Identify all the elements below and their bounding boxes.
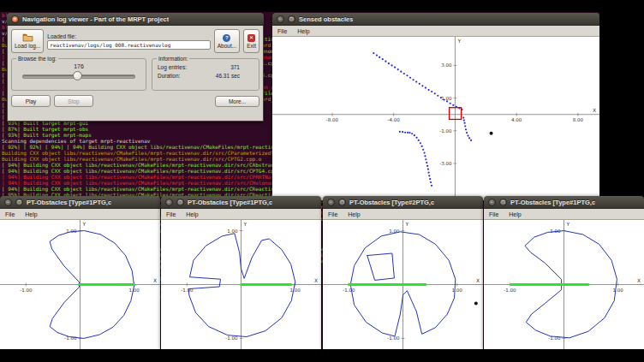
menu-help[interactable]: Help	[348, 211, 360, 217]
svg-text:-1.00: -1.00	[439, 128, 452, 134]
maximize-icon[interactable]: ❐	[176, 199, 184, 206]
play-button[interactable]: Play	[11, 95, 51, 107]
svg-text:1.00: 1.00	[613, 288, 624, 293]
svg-text:8.00: 8.00	[573, 117, 584, 122]
browse-log-group: Browse the log: 176	[11, 58, 146, 91]
svg-text:X: X	[153, 277, 157, 283]
svg-text:1.00: 1.00	[550, 228, 561, 234]
menu-file[interactable]: File	[328, 211, 337, 217]
about-icon: ?	[223, 34, 230, 42]
about-label: About...	[218, 43, 236, 49]
pt-obstacles-window-4: – ❐ PT-Obstacles [Type#1PTG,c File Help …	[484, 196, 644, 349]
svg-text:X: X	[637, 277, 641, 283]
maximize-icon[interactable]: ❐	[288, 15, 295, 23]
minimize-icon[interactable]: –	[4, 199, 12, 206]
svg-text:4.00: 4.00	[511, 117, 522, 122]
svg-text:1.00: 1.00	[452, 288, 463, 293]
loaded-file-input[interactable]	[47, 40, 210, 50]
minimize-icon[interactable]: –	[165, 199, 173, 206]
pt3-menubar: File Help	[323, 209, 483, 220]
menu-file[interactable]: File	[277, 28, 287, 34]
sensed-titlebar[interactable]: – ❐ Sensed obstacles	[272, 13, 599, 26]
sensed-menubar: File Help	[272, 26, 599, 37]
menu-file[interactable]: File	[5, 211, 15, 217]
log-slider[interactable]	[22, 70, 135, 80]
svg-text:1.00: 1.00	[227, 228, 238, 234]
navlog-window: ✕ Navigation log viewer - Part of the MR…	[7, 13, 264, 122]
navlog-body: Load log... Loaded file: ? About... ✕ Ex…	[7, 26, 264, 122]
duration-label: Duration:	[158, 72, 180, 80]
slider-handle[interactable]	[73, 71, 82, 80]
pt3-window-title: PT-Obstacles [Type#2PTG,c	[349, 199, 434, 206]
svg-text:1.00: 1.00	[290, 288, 301, 293]
log-entries-value: 371	[230, 63, 240, 72]
navlog-titlebar[interactable]: ✕ Navigation log viewer - Part of the MR…	[7, 13, 264, 26]
pt-obstacles-plot-2: -1.001.001.00-1.00XY	[161, 220, 321, 349]
svg-text:-1.00: -1.00	[343, 288, 355, 293]
minimize-icon[interactable]: –	[488, 199, 496, 206]
pt-obstacles-window-3: – ❐ PT-Obstacles [Type#2PTG,c File Help …	[323, 196, 483, 349]
menu-file[interactable]: File	[489, 211, 498, 217]
svg-text:-4.00: -4.00	[388, 117, 401, 122]
exit-button[interactable]: ✕ Exit	[243, 29, 259, 53]
svg-text:Y: Y	[566, 221, 570, 227]
information-group: Information: Log entries: 371 Duration: …	[152, 58, 259, 91]
svg-text:Y: Y	[82, 221, 86, 227]
svg-text:1.00: 1.00	[441, 96, 452, 101]
information-group-label: Information:	[157, 56, 189, 62]
pt4-menubar: File Help	[484, 209, 644, 220]
exit-label: Exit	[247, 43, 256, 49]
load-log-button[interactable]: Load log...	[11, 29, 44, 53]
exit-icon: ✕	[247, 34, 255, 42]
pt-obstacles-plot-3: -1.001.001.00-1.00XY	[323, 220, 483, 349]
close-icon[interactable]: ✕	[11, 15, 19, 23]
navlog-window-title: Navigation log viewer - Part of the MRPT…	[22, 15, 169, 23]
load-log-label: Load log...	[15, 43, 40, 49]
letterbox-bottom	[0, 349, 644, 362]
svg-text:1.00: 1.00	[129, 288, 140, 293]
menu-help[interactable]: Help	[25, 211, 37, 217]
folder-icon	[22, 33, 33, 42]
svg-text:-1.00: -1.00	[504, 288, 516, 293]
menu-help[interactable]: Help	[509, 211, 521, 217]
more-button[interactable]: More...	[215, 96, 259, 107]
svg-text:-3.00: -3.00	[439, 161, 452, 166]
svg-text:-1.00: -1.00	[387, 335, 400, 341]
minimize-icon[interactable]: –	[277, 15, 284, 23]
pt4-titlebar[interactable]: – ❐ PT-Obstacles [Type#1PTG,c	[484, 196, 644, 209]
about-button[interactable]: ? About...	[214, 29, 240, 53]
stop-button[interactable]: Stop	[54, 95, 93, 107]
menu-help[interactable]: Help	[186, 211, 198, 217]
log-entries-label: Log entries:	[158, 63, 187, 72]
pt2-window-title: PT-Obstacles [Type#1PTG,c	[188, 199, 272, 206]
menu-help[interactable]: Help	[297, 28, 309, 34]
svg-text:-1.00: -1.00	[225, 335, 238, 341]
pt3-titlebar[interactable]: – ❐ PT-Obstacles [Type#2PTG,c	[323, 196, 483, 209]
pt-obstacles-window-2: – ❐ PT-Obstacles [Type#1PTG,c File Help …	[161, 196, 321, 349]
pt2-titlebar[interactable]: – ❐ PT-Obstacles [Type#1PTG,c	[161, 196, 321, 209]
pt1-menubar: File Help	[0, 209, 160, 220]
svg-text:Y: Y	[456, 38, 461, 44]
duration-value: 46.31 sec	[216, 72, 240, 80]
pt-obstacles-window-1: – ❐ PT-Obstacles [Type#1PTG,c File Help …	[0, 196, 160, 349]
svg-text:-1.00: -1.00	[20, 288, 33, 293]
maximize-icon[interactable]: ❐	[338, 199, 346, 206]
pt1-titlebar[interactable]: – ❐ PT-Obstacles [Type#1PTG,c	[0, 196, 160, 209]
sensed-obstacles-plot: -8.00-4.004.008.003.001.00-1.00-3.00XY	[272, 37, 599, 200]
minimize-icon[interactable]: –	[327, 199, 335, 206]
svg-text:-1.00: -1.00	[181, 288, 194, 293]
loaded-file-label: Loaded file:	[47, 33, 210, 39]
maximize-icon[interactable]: ❐	[499, 199, 507, 206]
letterbox-top	[0, 0, 644, 12]
pt4-window-title: PT-Obstacles [Type#1PTG,c	[510, 199, 595, 206]
svg-text:X: X	[314, 277, 318, 283]
maximize-icon[interactable]: ❐	[15, 199, 23, 206]
browse-group-label: Browse the log:	[16, 56, 58, 62]
pt-obstacles-plot-1: -1.001.001.00-1.00XY	[0, 220, 160, 349]
menu-file[interactable]: File	[166, 211, 176, 217]
svg-text:Y: Y	[243, 221, 247, 227]
pt2-menubar: File Help	[161, 209, 321, 220]
svg-text:-8.00: -8.00	[326, 117, 339, 122]
svg-text:Y: Y	[405, 221, 409, 227]
svg-text:3.00: 3.00	[441, 62, 452, 68]
